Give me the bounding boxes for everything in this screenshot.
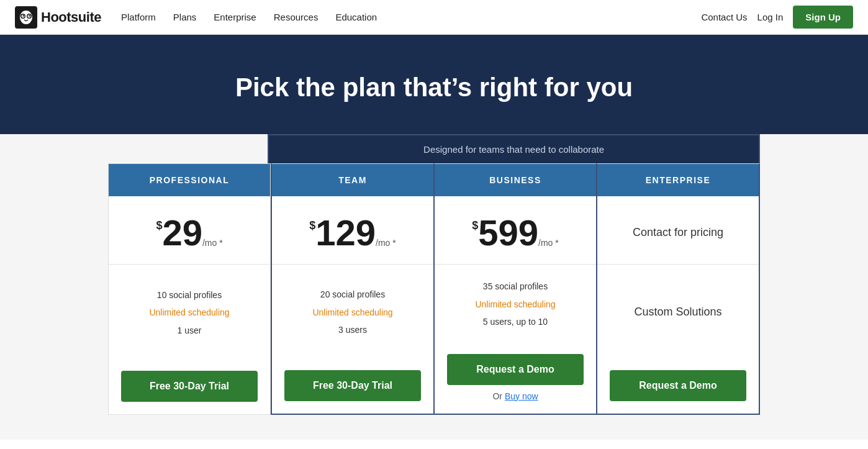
hero-title: Pick the plan that’s right for you: [12, 72, 856, 103]
nav-signup-button[interactable]: Sign Up: [793, 6, 853, 29]
feature-users-team: 3 users: [338, 323, 367, 337]
navbar: Hootsuite Platform Plans Enterprise Reso…: [0, 0, 868, 35]
buy-now-prefix: Or: [492, 391, 502, 401]
plan-enterprise-features: Custom Solutions: [597, 265, 759, 360]
price-dollar-team: $: [309, 220, 315, 231]
plan-business-features: 35 social profiles Unlimited scheduling …: [435, 265, 596, 343]
plan-enterprise-price: Contact for pricing: [597, 196, 759, 265]
enterprise-demo-button[interactable]: Request a Demo: [610, 370, 746, 401]
plan-business-price: $ 599 /mo *: [435, 196, 596, 265]
nav-resources[interactable]: Resources: [274, 12, 319, 22]
logo[interactable]: Hootsuite: [15, 6, 101, 29]
pricing-section: Designed for teams that need to collabor…: [0, 134, 868, 439]
price-amount-team: 129: [315, 215, 376, 251]
business-demo-button[interactable]: Request a Demo: [447, 354, 584, 385]
feature-scheduling-business[interactable]: Unlimited scheduling: [475, 297, 555, 311]
price-line-professional: $ 29 /mo *: [156, 215, 222, 251]
team-banner: Designed for teams that need to collabor…: [268, 134, 760, 163]
nav-contact-link[interactable]: Contact Us: [701, 12, 747, 22]
plan-team: TEAM $ 129 /mo * 20 social profiles Unli…: [271, 163, 433, 414]
plan-team-price: $ 129 /mo *: [272, 196, 433, 265]
buy-now-line: Or Buy now: [492, 391, 538, 401]
price-dollar-professional: $: [156, 220, 162, 231]
price-amount-business: 599: [478, 215, 538, 251]
plan-business: BUSINESS $ 599 /mo * 35 social profiles …: [433, 163, 596, 414]
feature-users: 1 user: [178, 324, 202, 337]
nav-right: Contact Us Log In Sign Up: [701, 6, 853, 29]
price-period-business: /mo *: [538, 238, 559, 247]
feature-social-profiles: 10 social profiles: [157, 288, 222, 302]
plan-professional-price: $ 29 /mo *: [109, 196, 270, 265]
feature-users-business: 5 users, up to 10: [483, 315, 548, 329]
nav-platform[interactable]: Platform: [121, 12, 156, 22]
logo-wordmark: Hootsuite: [41, 9, 101, 25]
plan-professional-header: PROFESSIONAL: [109, 164, 270, 196]
price-amount-professional: 29: [162, 215, 202, 251]
plan-team-features: 20 social profiles Unlimited scheduling …: [272, 265, 433, 360]
plan-enterprise-cta: Request a Demo: [597, 360, 759, 414]
price-period-professional: /mo *: [202, 238, 223, 247]
plan-professional-cta: Free 30-Day Trial: [109, 361, 270, 414]
feature-social-profiles-team: 20 social profiles: [320, 288, 385, 301]
nav-education[interactable]: Education: [335, 12, 377, 22]
team-trial-button[interactable]: Free 30-Day Trial: [284, 370, 421, 401]
svg-point-7: [29, 15, 30, 16]
price-dollar-business: $: [472, 220, 478, 231]
team-banner-wrapper: Designed for teams that need to collabor…: [108, 134, 760, 163]
plan-business-header: BUSINESS: [435, 164, 596, 196]
feature-scheduling[interactable]: Unlimited scheduling: [149, 306, 229, 319]
enterprise-custom-solutions: Custom Solutions: [634, 304, 721, 320]
buy-now-link[interactable]: Buy now: [505, 391, 538, 401]
hootsuite-owl-icon: [15, 6, 37, 29]
enterprise-contact-pricing: Contact for pricing: [633, 219, 723, 247]
nav-enterprise[interactable]: Enterprise: [214, 12, 256, 22]
feature-social-profiles-business: 35 social profiles: [483, 279, 548, 293]
professional-trial-button[interactable]: Free 30-Day Trial: [121, 371, 258, 402]
nav-login-link[interactable]: Log In: [757, 12, 784, 22]
price-period-team: /mo *: [376, 238, 396, 247]
feature-scheduling-team[interactable]: Unlimited scheduling: [312, 306, 392, 319]
plan-team-cta: Free 30-Day Trial: [272, 360, 433, 414]
hero-section: Pick the plan that’s right for you: [0, 35, 868, 134]
plan-enterprise-header: ENTERPRISE: [597, 164, 759, 196]
plan-enterprise: ENTERPRISE Contact for pricing Custom So…: [596, 163, 760, 414]
plan-team-header: TEAM: [272, 164, 433, 196]
plan-business-cta: Request a Demo Or Buy now: [435, 344, 596, 414]
nav-links: Platform Plans Enterprise Resources Educ…: [121, 12, 701, 22]
price-line-team: $ 129 /mo *: [309, 215, 396, 251]
plan-professional-features: 10 social profiles Unlimited scheduling …: [109, 265, 270, 360]
nav-plans[interactable]: Plans: [173, 12, 197, 22]
pricing-cards: PROFESSIONAL $ 29 /mo * 10 social profil…: [108, 163, 760, 414]
price-line-business: $ 599 /mo *: [472, 215, 558, 251]
svg-point-6: [22, 15, 24, 16]
plan-professional: PROFESSIONAL $ 29 /mo * 10 social profil…: [108, 163, 271, 414]
